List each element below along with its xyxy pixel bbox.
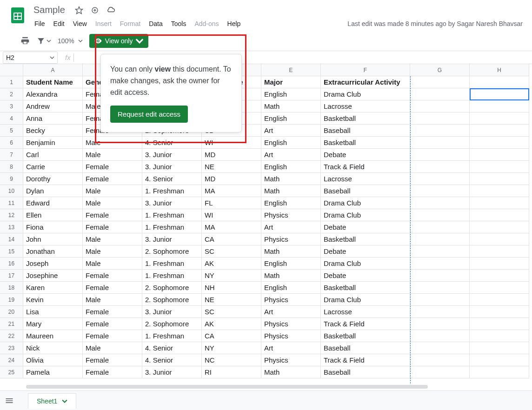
cell[interactable] <box>410 100 470 112</box>
cell[interactable]: Baseball <box>321 342 410 354</box>
cell[interactable]: Baseball <box>321 185 410 197</box>
cell[interactable] <box>470 354 529 366</box>
cell[interactable]: Jonathan <box>23 245 83 258</box>
cell[interactable]: SC <box>202 306 261 318</box>
cell[interactable] <box>410 88 470 100</box>
cell[interactable] <box>410 112 470 125</box>
cell[interactable] <box>410 221 470 233</box>
cell[interactable]: Female <box>83 282 142 294</box>
cell[interactable]: Female <box>83 209 142 221</box>
cell[interactable]: Basketball <box>321 112 410 125</box>
row-header-19[interactable]: 19 <box>0 294 23 306</box>
cell[interactable]: Female <box>83 318 142 330</box>
cell[interactable]: 4. Senior <box>142 173 202 185</box>
cell[interactable]: Drama Club <box>321 197 410 209</box>
cell[interactable]: Physics <box>261 318 321 330</box>
row-header-7[interactable]: 7 <box>0 149 23 161</box>
cell[interactable]: Maureen <box>23 330 83 342</box>
cell[interactable]: Female <box>83 173 142 185</box>
row-header-2[interactable]: 2 <box>0 88 23 100</box>
cell[interactable]: Basketball <box>321 137 410 149</box>
menu-data[interactable]: Data <box>145 18 166 29</box>
cell[interactable]: WI <box>202 209 261 221</box>
row-header-23[interactable]: 23 <box>0 342 23 354</box>
cell[interactable]: Student Name <box>23 76 83 88</box>
cell[interactable]: English <box>261 88 321 100</box>
cell[interactable]: Male <box>83 137 142 149</box>
cell[interactable]: Physics <box>261 209 321 221</box>
cell[interactable] <box>470 318 529 330</box>
cell[interactable]: 3. Junior <box>142 149 202 161</box>
cell[interactable] <box>410 173 470 185</box>
cell[interactable]: Female <box>83 354 142 366</box>
cell[interactable]: FL <box>202 197 261 209</box>
cell[interactable]: Pamela <box>23 366 83 378</box>
cell[interactable]: MD <box>202 173 261 185</box>
row-header-22[interactable]: 22 <box>0 330 23 342</box>
cell[interactable] <box>470 342 529 354</box>
cell[interactable] <box>470 258 529 270</box>
cell[interactable]: Lacrosse <box>321 100 410 112</box>
col-header-E[interactable]: E <box>261 64 321 76</box>
cell[interactable] <box>470 76 529 88</box>
row-header-6[interactable]: 6 <box>0 137 23 149</box>
request-edit-access-button[interactable]: Request edit access <box>110 106 188 123</box>
cell[interactable]: MA <box>202 185 261 197</box>
cell[interactable]: John <box>23 233 83 245</box>
cell[interactable]: Physics <box>261 233 321 245</box>
cell[interactable]: Female <box>83 221 142 233</box>
cell[interactable]: RI <box>202 366 261 378</box>
menu-view[interactable]: View <box>69 18 91 29</box>
cell[interactable]: Lisa <box>23 306 83 318</box>
tab-sheet1[interactable]: Sheet1 <box>28 393 76 409</box>
row-header-8[interactable]: 8 <box>0 161 23 173</box>
cell[interactable]: Debate <box>321 270 410 282</box>
cell[interactable]: Track & Field <box>321 354 410 366</box>
row-header-9[interactable]: 9 <box>0 173 23 185</box>
cell[interactable]: English <box>261 197 321 209</box>
cell[interactable]: Art <box>261 306 321 318</box>
cell[interactable] <box>470 270 529 282</box>
filter-icon[interactable] <box>35 35 47 46</box>
cell[interactable] <box>470 185 529 197</box>
cell[interactable]: Math <box>261 366 321 378</box>
row-header-12[interactable]: 12 <box>0 209 23 221</box>
cell[interactable]: Math <box>261 173 321 185</box>
cell[interactable]: English <box>261 282 321 294</box>
cell[interactable]: Kevin <box>23 294 83 306</box>
cell[interactable] <box>410 258 470 270</box>
cell[interactable]: Karen <box>23 282 83 294</box>
cell[interactable]: Mary <box>23 318 83 330</box>
cell[interactable]: NC <box>202 354 261 366</box>
cell[interactable] <box>470 282 529 294</box>
cell[interactable]: 2. Sophomore <box>142 294 202 306</box>
cell[interactable]: Lacrosse <box>321 173 410 185</box>
cell[interactable]: Olivia <box>23 354 83 366</box>
cell[interactable]: 3. Junior <box>142 161 202 173</box>
cell[interactable]: Major <box>261 76 321 88</box>
cell[interactable]: 3. Junior <box>142 233 202 245</box>
col-header-G[interactable]: G <box>410 64 470 76</box>
cell[interactable]: Ellen <box>23 209 83 221</box>
cell[interactable]: NE <box>202 161 261 173</box>
row-header-10[interactable]: 10 <box>0 185 23 197</box>
cell[interactable]: 1. Freshman <box>142 270 202 282</box>
cell[interactable] <box>410 245 470 258</box>
cell[interactable]: NE <box>202 294 261 306</box>
cell[interactable]: AK <box>202 258 261 270</box>
cell[interactable]: Drama Club <box>321 294 410 306</box>
cell[interactable]: 3. Junior <box>142 197 202 209</box>
cell[interactable] <box>470 330 529 342</box>
cell[interactable]: Lacrosse <box>321 306 410 318</box>
col-header-H[interactable]: H <box>470 64 529 76</box>
zoom-selector[interactable]: 100% <box>56 37 85 45</box>
sheets-logo[interactable] <box>8 6 27 24</box>
cell[interactable] <box>470 294 529 306</box>
cell[interactable]: 2. Sophomore <box>142 245 202 258</box>
row-header-17[interactable]: 17 <box>0 270 23 282</box>
all-sheets-icon[interactable] <box>0 396 19 405</box>
row-header-24[interactable]: 24 <box>0 354 23 366</box>
cell[interactable]: Female <box>83 161 142 173</box>
cell[interactable]: Debate <box>321 245 410 258</box>
cell[interactable] <box>410 294 470 306</box>
